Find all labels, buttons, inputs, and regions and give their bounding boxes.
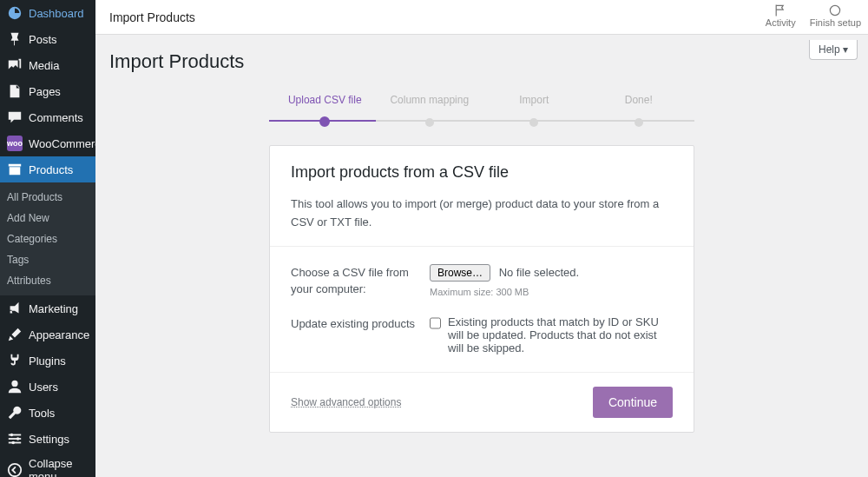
activity-label: Activity xyxy=(766,17,796,28)
update-label: Update existing products xyxy=(291,315,430,354)
sidebar-item-media[interactable]: Media xyxy=(0,52,95,78)
step-label: Done! xyxy=(587,94,692,106)
dashboard-icon xyxy=(7,5,23,21)
sidebar-item-products[interactable]: Products xyxy=(0,156,95,182)
sidebar-item-woocommerce[interactable]: woo WooCommerce xyxy=(0,130,95,156)
file-status: No file selected. xyxy=(499,266,580,279)
browse-button[interactable]: Browse… xyxy=(430,264,490,282)
sidebar-item-comments[interactable]: Comments xyxy=(0,104,95,130)
menu-label: Media xyxy=(29,59,59,72)
sidebar-item-appearance[interactable]: Appearance xyxy=(0,321,95,348)
products-submenu: All Products Add New Categories Tags Att… xyxy=(0,182,95,295)
step-import: Import xyxy=(482,94,587,129)
sidebar-item-pages[interactable]: Pages xyxy=(0,78,95,104)
card-description: This tool allows you to import (or merge… xyxy=(291,195,673,232)
admin-sidebar: Dashboard Posts Media Pages Comments woo… xyxy=(0,0,95,477)
import-stepper: Upload CSV file Column mapping Import Do… xyxy=(269,94,694,129)
svg-point-1 xyxy=(11,381,17,387)
media-icon xyxy=(7,57,23,73)
archive-icon xyxy=(7,162,23,177)
max-size-hint: Maximum size: 300 MB xyxy=(430,287,673,297)
pin-icon xyxy=(7,31,23,47)
step-label: Import xyxy=(482,94,587,106)
update-checkbox-row[interactable]: Existing products that match by ID or SK… xyxy=(430,315,673,354)
plug-icon xyxy=(7,353,23,368)
settings-icon xyxy=(7,431,23,447)
submenu-all-products[interactable]: All Products xyxy=(0,187,95,208)
svg-point-9 xyxy=(831,5,840,15)
menu-label: Settings xyxy=(29,433,69,446)
file-label: Choose a CSV file from your computer: xyxy=(291,264,430,298)
main-content: Import Products Activity Finish setup He… xyxy=(95,0,868,477)
sidebar-item-plugins[interactable]: Plugins xyxy=(0,348,95,374)
submenu-tags[interactable]: Tags xyxy=(0,249,95,270)
collapse-icon xyxy=(7,462,23,477)
step-label: Column mapping xyxy=(378,94,483,106)
sidebar-item-marketing[interactable]: Marketing xyxy=(0,295,95,321)
activity-button[interactable]: Activity xyxy=(766,3,796,28)
menu-label: Appearance xyxy=(29,328,89,341)
woo-icon: woo xyxy=(7,136,23,151)
menu-label: Collapse menu xyxy=(29,457,89,477)
sidebar-item-users[interactable]: Users xyxy=(0,374,95,400)
menu-label: Products xyxy=(29,163,73,176)
help-button[interactable]: Help ▾ xyxy=(809,40,858,60)
finish-setup-button[interactable]: Finish setup xyxy=(810,3,861,28)
page-title: Import Products xyxy=(109,50,854,73)
menu-label: Posts xyxy=(29,33,57,46)
menu-label: Tools xyxy=(29,407,55,420)
submenu-attributes[interactable]: Attributes xyxy=(0,270,95,291)
user-icon xyxy=(7,379,23,394)
svg-point-6 xyxy=(16,437,20,441)
menu-label: Users xyxy=(29,381,58,394)
menu-label: Pages xyxy=(29,85,61,98)
wrench-icon xyxy=(7,405,23,421)
update-help-text: Existing products that match by ID or SK… xyxy=(448,315,673,354)
menu-label: Plugins xyxy=(29,354,66,368)
svg-point-0 xyxy=(10,62,13,64)
sidebar-item-collapse[interactable]: Collapse menu xyxy=(0,452,95,477)
sidebar-item-dashboard[interactable]: Dashboard xyxy=(0,0,95,26)
comment-icon xyxy=(7,109,23,125)
step-dot xyxy=(425,118,434,127)
svg-point-5 xyxy=(10,434,14,437)
advanced-options-link[interactable]: Show advanced options xyxy=(291,396,401,408)
step-label: Upload CSV file xyxy=(273,94,378,106)
topbar: Import Products Activity Finish setup xyxy=(95,0,868,35)
finish-label: Finish setup xyxy=(810,17,861,28)
submenu-categories[interactable]: Categories xyxy=(0,229,95,249)
sidebar-item-posts[interactable]: Posts xyxy=(0,26,95,52)
circle-icon xyxy=(828,3,842,17)
step-done: Done! xyxy=(587,94,692,129)
step-dot xyxy=(319,116,330,127)
menu-label: Comments xyxy=(29,111,83,124)
page-icon xyxy=(7,83,23,99)
svg-point-8 xyxy=(9,464,21,476)
step-dot xyxy=(529,118,538,127)
card-title: Import products from a CSV file xyxy=(291,163,673,182)
import-card: Import products from a CSV file This too… xyxy=(269,145,694,433)
step-dot xyxy=(635,118,643,127)
megaphone-icon xyxy=(7,301,23,316)
svg-point-7 xyxy=(11,441,15,445)
step-column-mapping: Column mapping xyxy=(378,94,483,129)
submenu-add-new[interactable]: Add New xyxy=(0,208,95,229)
brush-icon xyxy=(7,327,23,342)
sidebar-item-settings[interactable]: Settings xyxy=(0,426,95,452)
sidebar-item-tools[interactable]: Tools xyxy=(0,400,95,426)
topbar-title: Import Products xyxy=(109,10,195,24)
menu-label: Marketing xyxy=(29,302,78,315)
continue-button[interactable]: Continue xyxy=(593,387,673,418)
menu-label: Dashboard xyxy=(29,7,84,20)
flag-icon xyxy=(773,3,787,17)
update-checkbox[interactable] xyxy=(430,317,441,329)
step-upload: Upload CSV file xyxy=(273,94,378,129)
